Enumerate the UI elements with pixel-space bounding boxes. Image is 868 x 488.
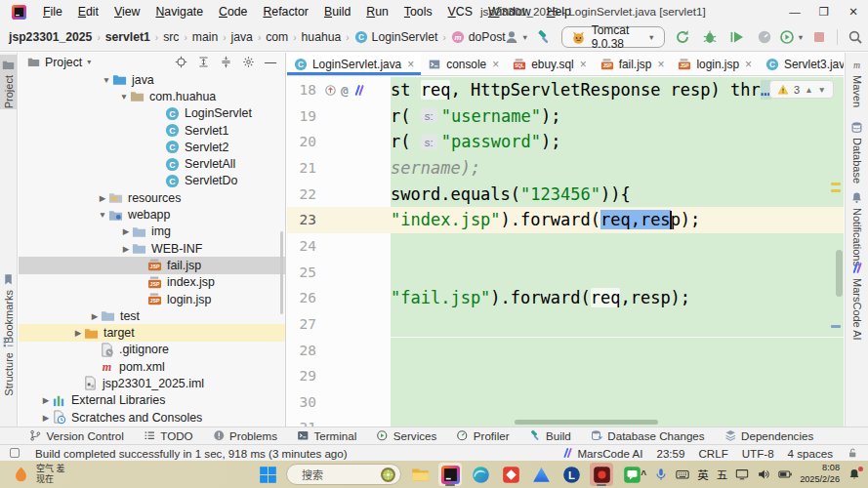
tab-fail-jsp[interactable]: JSPfail.jsp×: [594, 53, 672, 75]
chevron-up-icon[interactable]: ▲: [805, 85, 812, 95]
toolwindow-version-control[interactable]: Version Control: [29, 429, 124, 442]
tree-item-pom-xml[interactable]: mpom.xml: [19, 358, 285, 375]
debug-button[interactable]: [700, 27, 720, 48]
breadcrumb-huahua[interactable]: huahua: [301, 30, 343, 44]
window-close-button[interactable]: ✕: [839, 0, 868, 23]
tool-window-switcher-icon[interactable]: [10, 448, 20, 458]
ime-language[interactable]: 英: [697, 467, 709, 482]
toolwindow-database-changes[interactable]: Database Changes: [591, 429, 705, 442]
indent-style[interactable]: 4 spaces: [788, 447, 833, 460]
tree-item-servlet2[interactable]: CServlet2: [19, 139, 285, 155]
run-config-selector[interactable]: Tomcat 9.0.38▼: [561, 26, 665, 48]
stripe-maven[interactable]: mMaven: [846, 55, 868, 109]
chevron-right-icon[interactable]: ▶: [89, 311, 101, 321]
stripe-bookmarks[interactable]: Bookmarks: [0, 269, 17, 330]
red-app[interactable]: [499, 463, 522, 486]
touch-keyboard[interactable]: [676, 468, 689, 481]
tree-item-web-inf[interactable]: ▶WEB-INF: [19, 240, 285, 257]
chevron-right-icon[interactable]: ▶: [120, 244, 132, 254]
tree-item-servletdo[interactable]: CServletDo: [19, 173, 285, 189]
breadcrumb-jsp23301-2025[interactable]: jsp23301_2025: [8, 30, 93, 44]
menu-build[interactable]: Build: [316, 0, 358, 23]
tree-item-jsp23301-2025-iml[interactable]: jsp23301_2025.iml: [19, 375, 285, 391]
stripe-project[interactable]: Project: [0, 55, 17, 109]
collapse-all-icon[interactable]: [220, 56, 232, 68]
hide-panel-icon[interactable]: —: [265, 58, 276, 67]
breadcrumb-servlet1[interactable]: servlet1: [104, 30, 151, 44]
notification-bell[interactable]: [847, 468, 861, 481]
code-editor[interactable]: 18@st req, HttpServletResponse resp) thr…: [287, 76, 844, 427]
toolwindow-profiler[interactable]: Profiler: [456, 429, 509, 442]
breadcrumb-loginservlet[interactable]: CLoginServlet: [353, 30, 439, 44]
menu-tools[interactable]: Tools: [396, 0, 440, 23]
rerun-button[interactable]: [673, 27, 692, 48]
volume[interactable]: [757, 468, 770, 481]
code-text[interactable]: "index.jsp").forward(req,resp);: [391, 207, 700, 233]
weather-widget[interactable]: 空气 差 现在: [0, 464, 65, 486]
menu-edit[interactable]: Edit: [70, 0, 106, 23]
tree-item-com-huahua[interactable]: ▼com.huahua: [19, 88, 285, 104]
toolwindow-services[interactable]: Services: [376, 429, 436, 442]
tab-loginservlet-java[interactable]: CLoginServlet.java×: [287, 53, 421, 75]
ime-wubi[interactable]: 五: [717, 467, 728, 482]
code-text[interactable]: st req, HttpServletResponse resp) thr…: [391, 77, 771, 103]
run-services-button[interactable]: ▼: [782, 27, 802, 48]
toolwindow-terminal[interactable]: Terminal: [297, 429, 356, 442]
chevron-right-icon[interactable]: ▶: [40, 413, 52, 423]
locate-icon[interactable]: [175, 56, 187, 68]
tab-close-icon[interactable]: ×: [407, 58, 414, 71]
readonly-toggle[interactable]: [847, 447, 858, 459]
tray-expand[interactable]: ^: [641, 469, 646, 480]
tree-item-index-jsp[interactable]: JSPindex.jsp: [19, 274, 285, 291]
marscode-status[interactable]: MarsCode AI: [561, 447, 642, 460]
start-button[interactable]: [256, 463, 279, 486]
tab-close-icon[interactable]: ×: [745, 58, 752, 71]
chevron-right-icon[interactable]: ▶: [120, 226, 132, 236]
tree-item-resources[interactable]: ▶resources: [19, 189, 285, 206]
toolwindow-dependencies[interactable]: Dependencies: [724, 429, 814, 442]
chevron-down-icon[interactable]: ▼: [818, 85, 826, 95]
caret-position[interactable]: 23:59: [656, 447, 684, 460]
code-text[interactable]: r( s:"username");: [391, 103, 561, 130]
tree-item-external-libraries[interactable]: ▶External Libraries: [19, 392, 285, 409]
tab-close-icon[interactable]: ×: [580, 58, 587, 71]
tree-item-img[interactable]: ▶img: [19, 224, 285, 240]
breadcrumb-java[interactable]: java: [230, 30, 254, 44]
file-explorer[interactable]: [408, 463, 432, 486]
taskbar-clock[interactable]: 8:082025/2/26: [800, 463, 840, 486]
stripe-marscode-ai[interactable]: MarsCode AI: [846, 258, 868, 349]
screen-recorder[interactable]: [590, 463, 613, 486]
menu-run[interactable]: Run: [358, 0, 396, 23]
breadcrumb-dopost[interactable]: mdoPost: [450, 30, 507, 44]
cast-device[interactable]: [735, 468, 749, 481]
chevron-down-icon[interactable]: ▼: [97, 210, 108, 220]
override-icon[interactable]: [324, 84, 337, 97]
menu-file[interactable]: File: [35, 0, 70, 23]
tab-close-icon[interactable]: ×: [492, 58, 499, 71]
tab-login-jsp[interactable]: JSPlogin.jsp×: [671, 53, 759, 75]
toolwindow-todo[interactable]: TODO: [144, 429, 193, 442]
tab-close-icon[interactable]: ×: [657, 58, 664, 71]
intellij-idea[interactable]: [438, 463, 462, 486]
tree-item-test[interactable]: ▶test: [19, 307, 285, 324]
tree-item-servletall[interactable]: CServletAll: [19, 155, 285, 172]
breadcrumb-main[interactable]: main: [191, 30, 219, 44]
stop-button[interactable]: [809, 27, 829, 48]
breadcrumb-src[interactable]: src: [162, 30, 180, 44]
line-separator[interactable]: CRLF: [698, 447, 727, 460]
code-text[interactable]: sername);: [391, 155, 480, 182]
editor-vscrollbar[interactable]: [836, 250, 843, 297]
tree-item-java[interactable]: ▼java: [19, 71, 285, 88]
code-text[interactable]: r( s:"password");: [391, 129, 561, 155]
code-text[interactable]: "fail.jsp").forward(req,resp);: [391, 285, 690, 311]
chevron-right-icon[interactable]: ▶: [40, 395, 52, 405]
tree-item-gitignore[interactable]: .gitignore: [19, 342, 285, 358]
gear-icon[interactable]: [242, 56, 255, 68]
menu-refactor[interactable]: Refactor: [255, 0, 315, 23]
tree-item-loginservlet[interactable]: CLoginServlet: [19, 105, 285, 122]
taskbar-search[interactable]: 搜索: [286, 464, 401, 485]
l-app[interactable]: L: [559, 463, 583, 486]
menu-vcs[interactable]: VCS: [440, 0, 480, 23]
battery[interactable]: [778, 468, 792, 481]
tree-item-servlet1[interactable]: CServlet1: [19, 122, 285, 139]
